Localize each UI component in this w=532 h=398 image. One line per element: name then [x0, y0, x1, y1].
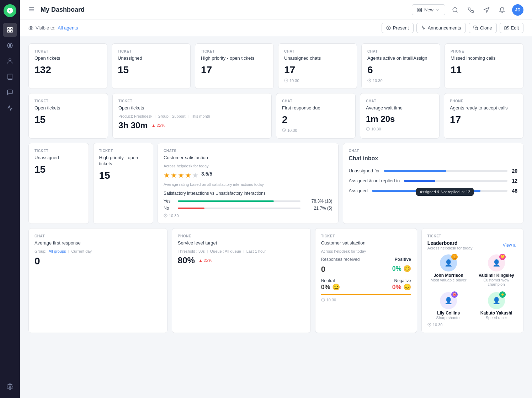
- card-type: TICKET: [201, 49, 268, 53]
- ticket-sat-row4: 0% 😐 0% 😞: [321, 283, 411, 291]
- no-fill: [178, 208, 204, 209]
- leader-kabuto: 👤 ⚡ Kabuto Yakushi Speed racer: [475, 292, 517, 320]
- leader-avatar: 👤 💛: [488, 254, 505, 271]
- sidebar-item-chat[interactable]: [3, 85, 17, 100]
- leader-badge: 💛: [499, 254, 506, 260]
- present-button[interactable]: Present: [382, 23, 414, 33]
- card-ticket-satisfaction: TICKET Customer satisfaction Across help…: [315, 228, 417, 333]
- card-meta: Product: Freshdesk | Group : Support | T…: [118, 114, 266, 118]
- leaderboard-sublabel: Across helpdesk for today: [427, 246, 473, 250]
- bell-icon[interactable]: [496, 4, 508, 16]
- card-chat-inbox: CHAT Chat inbox Unassigned for 20 Assign…: [343, 143, 524, 224]
- card-label: Open tickets: [34, 105, 102, 111]
- rating-value: 3.5/5: [201, 171, 212, 179]
- view-all-link[interactable]: View all: [503, 243, 517, 248]
- new-button-label: New: [424, 7, 433, 12]
- sub-header: Visible to: All agents Present Announcem…: [20, 20, 532, 36]
- card-customer-satisfaction-chat: CHATS Customer satisfaction Across helpd…: [158, 143, 339, 224]
- card-service-level: PHONE Service level target Threshold : 3…: [172, 228, 311, 333]
- card-label: Unassigned: [34, 155, 83, 161]
- row1-cards: TICKET Open tickets 132 TICKET Unassigne…: [28, 43, 523, 89]
- svg-rect-15: [418, 10, 419, 12]
- sat-progress-bar: [321, 294, 411, 295]
- yes-row: Yes 78.3% (18): [164, 199, 332, 204]
- yes-pct: 78.3% (18): [304, 199, 332, 204]
- star-4: ★: [185, 171, 191, 179]
- card-label: Service level target: [178, 240, 305, 246]
- edit-label: Edit: [511, 25, 519, 31]
- card-value: 80%: [178, 256, 195, 265]
- card-value: 15: [34, 114, 102, 125]
- hamburger-menu[interactable]: [28, 6, 35, 14]
- inbox-bar: [384, 170, 507, 172]
- sidebar-item-analytics[interactable]: [3, 101, 17, 115]
- card-label: Agents ready to accept calls: [450, 105, 517, 111]
- leader-name: John Morrison: [433, 273, 463, 278]
- card-label: First response due: [282, 105, 350, 111]
- timestamp: 10.30: [169, 214, 179, 218]
- leader-badge: 🎯: [451, 291, 458, 298]
- card-value: 17: [284, 64, 351, 76]
- card-footer: 10.30: [366, 127, 433, 131]
- meta-group-label: Group:: [34, 249, 47, 253]
- user-avatar[interactable]: JD: [512, 4, 523, 16]
- leader-name: Valdimir Kingsley: [479, 273, 514, 278]
- sidebar-item-dashboard[interactable]: [3, 23, 17, 37]
- rating-description: Average rating based on all satisfactory…: [164, 182, 332, 187]
- row2-cards: TICKET Open tickets 15 TICKET Open ticke…: [28, 93, 523, 139]
- negative-value: 0% 😞: [392, 283, 411, 291]
- card-high-priority: TICKET High priority - open tickets 17: [195, 43, 274, 89]
- card-label: Customer satisfaction: [321, 240, 411, 246]
- card-type: PHONE: [450, 99, 517, 103]
- card-value: 132: [34, 64, 101, 76]
- search-icon[interactable]: [449, 4, 461, 16]
- header-right: New JD: [412, 4, 523, 16]
- trend-arrow: ▲: [151, 123, 156, 128]
- app-logo[interactable]: ✦: [4, 4, 16, 17]
- leader-name: Lily Collins: [437, 311, 460, 316]
- leader-emoji: 👤: [445, 297, 452, 305]
- meta-sep: |: [68, 249, 69, 253]
- inbox-value: 12: [512, 178, 517, 184]
- clone-label: Clone: [480, 25, 492, 31]
- clone-button[interactable]: Clone: [469, 23, 497, 33]
- card-value: 1m 20s: [366, 114, 433, 124]
- card-type: TICKET: [118, 99, 266, 103]
- sidebar-item-settings[interactable]: [3, 380, 17, 394]
- inbox-value: 48: [512, 188, 517, 194]
- svg-point-19: [30, 27, 32, 29]
- responses-label: Responses received: [321, 257, 360, 262]
- timestamp: 10.30: [373, 79, 383, 83]
- yes-bar-wrap: [178, 200, 300, 202]
- negative-label: Negative: [394, 278, 411, 283]
- card-label: Customer satisfaction: [164, 155, 332, 161]
- svg-point-7: [9, 44, 11, 46]
- edit-button[interactable]: Edit: [500, 23, 523, 33]
- card-type: CHATS: [164, 149, 332, 153]
- new-button[interactable]: New: [412, 4, 445, 15]
- megaphone-icon[interactable]: [481, 4, 492, 16]
- card-open-tickets: TICKET Open tickets 132: [28, 43, 107, 89]
- card-type: PHONE: [178, 234, 305, 238]
- announcements-button[interactable]: Announcements: [416, 23, 466, 33]
- card-sublabel: Across helpdesk for today: [164, 164, 332, 168]
- status-icon[interactable]: [465, 4, 477, 16]
- card-avg-first-response: CHAT Average first response Group: All g…: [28, 228, 167, 333]
- header-left: My Dashboard: [28, 6, 85, 14]
- card-label: High priority - open tickets: [201, 55, 268, 61]
- meta-group: Group : Support: [158, 114, 185, 118]
- leader-role: Most valuable player: [431, 278, 467, 282]
- meta-sep: |: [207, 249, 208, 253]
- svg-rect-16: [420, 10, 421, 12]
- sidebar-item-tickets[interactable]: [3, 38, 17, 53]
- inbox-label: Assigned & not replied in: [349, 178, 400, 183]
- sidebar-item-contacts[interactable]: [3, 54, 17, 68]
- svg-rect-13: [418, 8, 419, 9]
- dashboard-content: TICKET Open tickets 132 TICKET Unassigne…: [20, 36, 532, 398]
- no-bar-wrap: [178, 208, 300, 209]
- card-label: Average wait time: [366, 105, 433, 111]
- card-value: 0: [34, 256, 161, 267]
- card-high-priority-15: TICKET High priority - open tickets 15: [93, 143, 154, 224]
- trend-indicator: ▲ 22%: [151, 123, 165, 128]
- sidebar-item-reports[interactable]: [3, 70, 17, 84]
